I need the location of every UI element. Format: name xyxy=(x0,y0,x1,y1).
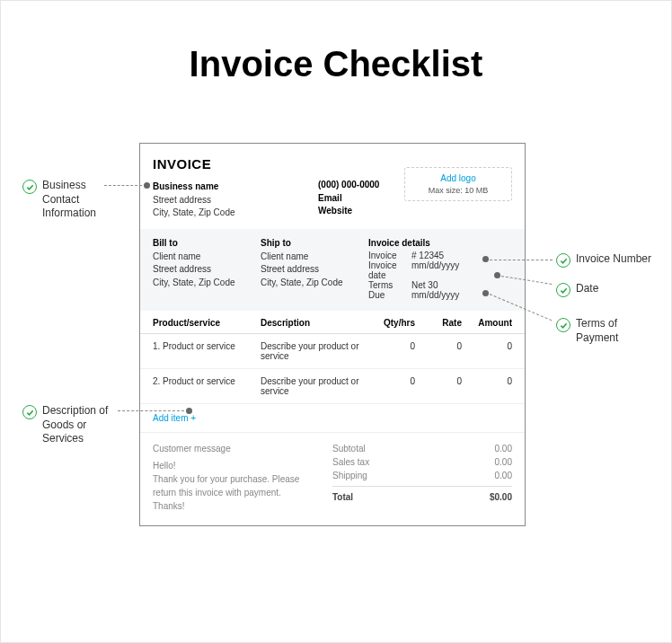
tax-label: Sales tax xyxy=(332,457,369,467)
details-title: Invoice details xyxy=(368,238,512,248)
add-logo-box[interactable]: Add logo Max size: 10 MB xyxy=(404,167,512,201)
business-email: Email xyxy=(318,192,404,206)
callout-label: Invoice Number xyxy=(576,252,651,267)
shipping-label: Shipping xyxy=(332,471,367,480)
callout-label: Business Contact Information xyxy=(42,179,96,221)
invoice-no-label: Invoice xyxy=(368,251,411,260)
row-rate: 0 xyxy=(415,341,462,351)
row-desc: Describe your product or service xyxy=(261,341,368,361)
business-csz: City, State, Zip Code xyxy=(153,207,318,220)
billto-street: Street address xyxy=(153,263,261,277)
callout-label: Date xyxy=(576,282,598,296)
billto-client: Client name xyxy=(153,251,261,264)
check-icon xyxy=(22,405,37,419)
shipto-title: Ship to xyxy=(261,238,368,248)
check-icon xyxy=(556,283,570,297)
row-qty: 0 xyxy=(368,341,415,351)
customer-message-title: Customer message xyxy=(153,442,323,455)
invoice-no-value: # 12345 xyxy=(411,251,444,260)
shipto-client: Client name xyxy=(261,251,368,264)
row-amt: 0 xyxy=(462,341,512,351)
shipto-street: Street address xyxy=(261,263,368,277)
col-rate: Rate xyxy=(415,318,462,328)
total-label: Total xyxy=(332,492,353,502)
terms-label: Terms xyxy=(368,280,411,290)
business-name: Business name xyxy=(153,181,318,194)
callout-goods-services: Description of Goods or Services xyxy=(22,404,121,446)
table-row: 2. Product or service Describe your prod… xyxy=(140,369,525,404)
dashed-leader xyxy=(118,410,184,411)
line-items-header: Product/service Description Qty/hrs Rate… xyxy=(140,311,525,334)
callout-invoice-number: Invoice Number xyxy=(556,252,651,268)
callout-date: Date xyxy=(556,282,598,297)
details-band: Bill to Client name Street address City,… xyxy=(140,229,525,311)
invoice-card: INVOICE Business name Street address Cit… xyxy=(139,143,526,526)
total-value: $0.00 xyxy=(490,492,512,502)
business-street: Street address xyxy=(153,194,318,207)
billto-csz: City, State, Zip Code xyxy=(153,277,261,290)
subtotal-value: 0.00 xyxy=(495,444,512,454)
add-logo-link[interactable]: Add logo xyxy=(409,173,508,183)
callout-label: Description of Goods or Services xyxy=(42,404,108,446)
col-qty: Qty/hrs xyxy=(368,318,415,328)
dashed-leader xyxy=(490,260,553,260)
business-website: Website xyxy=(318,205,404,218)
table-row: 1. Product or service Describe your prod… xyxy=(140,334,525,369)
row-rate: 0 xyxy=(415,376,462,386)
shipping-value: 0.00 xyxy=(495,471,512,480)
tax-value: 0.00 xyxy=(495,457,512,467)
due-value: mm/dd/yyyy xyxy=(411,290,459,300)
check-icon xyxy=(556,318,570,332)
due-label: Due xyxy=(368,290,411,300)
business-phone: (000) 000-0000 xyxy=(318,179,404,192)
col-amount: Amount xyxy=(462,318,512,328)
invoice-header: INVOICE xyxy=(153,156,318,172)
callout-business-contact: Business Contact Information xyxy=(22,179,112,221)
row-qty: 0 xyxy=(368,376,415,386)
dashed-leader xyxy=(104,185,142,186)
leader-dot xyxy=(482,256,489,262)
check-icon xyxy=(22,180,37,194)
leader-dot xyxy=(494,272,500,278)
billto-title: Bill to xyxy=(153,238,261,248)
callout-terms: Terms of Payment xyxy=(556,317,618,345)
check-icon xyxy=(556,253,570,268)
leader-dot xyxy=(482,290,489,296)
add-item-button[interactable]: Add item + xyxy=(140,404,525,433)
invoice-date-value: mm/dd/yyyy xyxy=(411,260,459,280)
customer-message-body: Hello! Thank you for your purchase. Plea… xyxy=(153,459,323,513)
page-title: Invoice Checklist xyxy=(1,1,671,113)
leader-dot xyxy=(144,182,150,189)
callout-label: Terms of Payment xyxy=(576,317,618,345)
shipto-csz: City, State, Zip Code xyxy=(261,277,368,290)
col-description: Description xyxy=(261,318,368,328)
terms-value: Net 30 xyxy=(411,280,438,290)
invoice-date-label: Invoice date xyxy=(368,260,411,280)
logo-size-hint: Max size: 10 MB xyxy=(429,186,489,195)
subtotal-label: Subtotal xyxy=(332,444,366,454)
row-amt: 0 xyxy=(462,376,512,386)
col-product: Product/service xyxy=(153,318,261,328)
row-product: 2. Product or service xyxy=(153,376,261,386)
leader-dot xyxy=(186,408,192,414)
row-product: 1. Product or service xyxy=(153,341,261,351)
row-desc: Describe your product or service xyxy=(261,376,368,396)
